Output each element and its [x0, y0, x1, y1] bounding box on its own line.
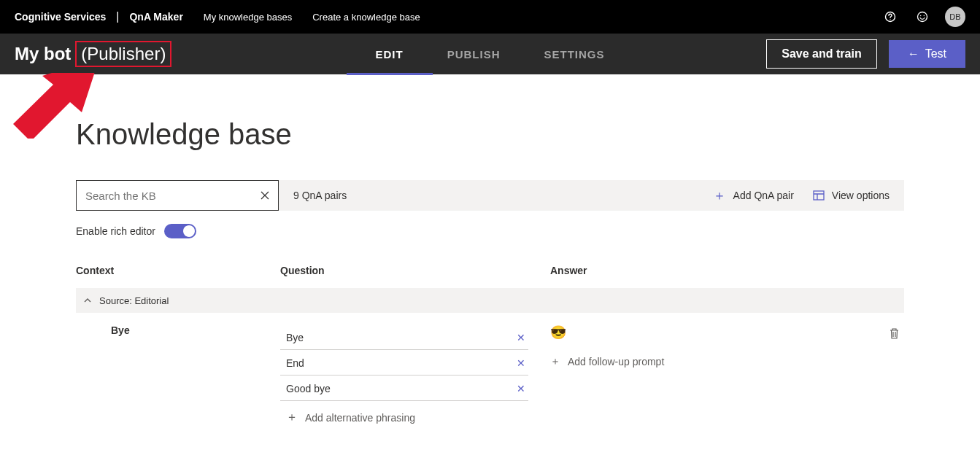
- column-headers: Context Question Answer: [76, 265, 904, 276]
- brand-divider: |: [116, 10, 119, 23]
- user-avatar[interactable]: DB: [945, 7, 965, 27]
- rich-editor-toggle-row: Enable rich editor: [76, 224, 904, 238]
- add-qna-pair-label: Add QnA pair: [733, 190, 794, 201]
- save-train-button[interactable]: Save and train: [766, 39, 876, 69]
- col-header-question: Question: [280, 265, 550, 276]
- answer-emoji[interactable]: 😎: [550, 324, 904, 341]
- qna-answer: 😎 ＋ Add follow-up prompt: [550, 324, 904, 425]
- phrase-text: Good bye: [286, 383, 331, 394]
- remove-phrase-icon[interactable]: ✕: [517, 332, 525, 343]
- subheader: My bot (Publisher) EDIT PUBLISH SETTINGS…: [0, 34, 980, 74]
- topbar: Cognitive Services | QnA Maker My knowle…: [0, 0, 980, 34]
- phrase-text: End: [286, 357, 304, 369]
- brand-cognitive-services[interactable]: Cognitive Services: [15, 11, 106, 23]
- tab-settings[interactable]: SETTINGS: [544, 34, 605, 74]
- add-phrase-label: Add alternative phrasing: [305, 412, 415, 424]
- rich-editor-toggle[interactable]: [164, 224, 196, 238]
- arrow-left-icon: ←: [908, 47, 919, 61]
- source-label: Source: Editorial: [99, 295, 169, 306]
- col-header-context: Context: [76, 265, 280, 276]
- brand-qnamaker[interactable]: QnA Maker: [129, 11, 182, 23]
- phrase-item[interactable]: Bye ✕: [280, 324, 528, 350]
- add-phrase-button[interactable]: ＋ Add alternative phrasing: [280, 401, 550, 425]
- search-wrap: [76, 180, 279, 211]
- nav-create-kb[interactable]: Create a knowledge base: [312, 12, 420, 23]
- svg-point-1: [890, 19, 890, 20]
- search-input[interactable]: [77, 181, 252, 210]
- add-followup-label: Add follow-up prompt: [568, 356, 664, 367]
- svg-rect-6: [814, 191, 824, 200]
- kb-toolbar: 9 QnA pairs ＋ Add QnA pair View options: [76, 180, 904, 211]
- page-title: Knowledge base: [76, 118, 904, 151]
- view-options-label: View options: [832, 190, 890, 201]
- delete-qna-icon[interactable]: [889, 327, 900, 339]
- tabs: EDIT PUBLISH SETTINGS: [375, 34, 604, 74]
- test-button[interactable]: ← Test: [889, 40, 965, 68]
- svg-point-2: [918, 12, 927, 22]
- phrase-text: Bye: [286, 332, 304, 343]
- remove-phrase-icon[interactable]: ✕: [517, 357, 525, 369]
- kb-title: My bot (Publisher): [15, 41, 171, 67]
- tab-edit[interactable]: EDIT: [375, 34, 403, 74]
- svg-point-3: [920, 15, 921, 16]
- view-options-button[interactable]: View options: [813, 190, 890, 201]
- remove-phrase-icon[interactable]: ✕: [517, 383, 525, 394]
- add-qna-pair-button[interactable]: ＋ Add QnA pair: [713, 187, 794, 204]
- chevron-up-icon: [83, 296, 92, 305]
- feedback-icon[interactable]: [910, 4, 935, 29]
- kb-title-name: My bot: [15, 44, 71, 64]
- main-content: Knowledge base 9 QnA pairs ＋ Add QnA pai…: [0, 74, 980, 454]
- view-options-icon: [813, 190, 825, 201]
- col-header-answer: Answer: [550, 265, 904, 276]
- svg-point-4: [924, 15, 925, 16]
- qna-pair-count: 9 QnA pairs: [293, 190, 347, 201]
- qna-context-title: Bye: [76, 324, 280, 425]
- tab-publish[interactable]: PUBLISH: [447, 34, 501, 74]
- kb-title-role: (Publisher): [75, 41, 171, 67]
- plus-icon: ＋: [286, 410, 298, 425]
- phrase-item[interactable]: End ✕: [280, 350, 528, 376]
- plus-icon: ＋: [550, 355, 560, 368]
- test-button-label: Test: [925, 47, 946, 61]
- qna-row: Bye Bye ✕ End ✕ Good bye ✕ ＋ Add alterna…: [76, 313, 904, 425]
- qna-questions: Bye ✕ End ✕ Good bye ✕ ＋ Add alternative…: [280, 324, 550, 425]
- nav-my-kbs[interactable]: My knowledge bases: [204, 12, 292, 23]
- add-followup-button[interactable]: ＋ Add follow-up prompt: [550, 355, 904, 368]
- search-clear-icon[interactable]: [252, 190, 278, 201]
- plus-icon: ＋: [713, 187, 726, 204]
- help-icon[interactable]: [878, 4, 903, 29]
- phrase-item[interactable]: Good bye ✕: [280, 376, 528, 401]
- rich-editor-label: Enable rich editor: [76, 225, 155, 237]
- source-row[interactable]: Source: Editorial: [76, 288, 904, 313]
- toolbar-right: 9 QnA pairs ＋ Add QnA pair View options: [279, 180, 904, 211]
